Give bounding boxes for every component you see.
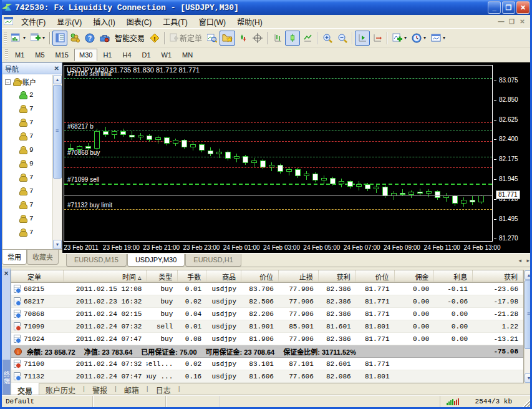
chart-tab-USDJPY,M30[interactable]: USDJPY,M30 <box>127 254 185 267</box>
column-header-3[interactable]: 手数 <box>178 270 206 282</box>
column-header-0[interactable]: 定单 <box>11 270 64 282</box>
child-window-icon[interactable] <box>4 17 13 26</box>
column-header-11[interactable]: 获利 <box>473 270 523 282</box>
candlestick-chart-button[interactable] <box>285 31 300 46</box>
close-button[interactable]: ✕ <box>516 1 530 14</box>
column-header-7[interactable]: 获利 <box>319 270 356 282</box>
new-chart-button[interactable]: ▾ <box>9 31 28 46</box>
scroll-down-icon[interactable]: ▼ <box>53 240 62 249</box>
table-row[interactable]: 710242011.02.24 07:47buy0.08usdjpy81.906… <box>11 333 523 345</box>
crosshair-button[interactable] <box>250 31 265 46</box>
menu-item[interactable]: 插入(I) <box>87 14 120 29</box>
column-header-2[interactable]: 类型 <box>147 270 178 282</box>
menu-item[interactable]: 文件(F) <box>16 14 51 29</box>
account-number: 9 <box>29 146 34 154</box>
candle <box>286 169 292 172</box>
table-row[interactable]: 682172011.02.23 16:32buy0.02usdjpy82.506… <box>11 295 523 308</box>
market-watch-button[interactable] <box>52 31 67 46</box>
menu-item[interactable]: 图表(C) <box>121 14 158 29</box>
order-number: 71099 <box>24 323 44 330</box>
price-tick-label: 82.850 <box>499 96 518 103</box>
table-row[interactable]: 682152011.02.15 12:08buy0.01usdjpy83.706… <box>11 283 523 295</box>
expert-advisors-button[interactable]: 智能交易 <box>112 31 147 46</box>
status-profile[interactable]: Default <box>2 396 93 407</box>
zoom-out-button[interactable] <box>335 31 350 46</box>
new-order-label: 新定单 <box>180 32 202 43</box>
scroll-up-icon[interactable]: ▲ <box>53 75 62 84</box>
timeframe-mn[interactable]: MN <box>177 49 198 61</box>
time-axis[interactable]: 23 Feb 201123 Feb 19:0023 Feb 21:0023 Fe… <box>64 243 493 252</box>
timeframe-m15[interactable]: M15 <box>51 49 74 61</box>
account-number: 7 <box>29 187 34 195</box>
chart-tab-EURUSD,H1[interactable]: EURUSD,H1 <box>185 254 241 267</box>
new-order-button[interactable]: 新定单 <box>167 31 205 46</box>
column-header-5[interactable]: 价位 <box>241 270 279 282</box>
data-window-button[interactable]: ? <box>82 31 97 46</box>
column-header-8[interactable]: 价位 <box>356 270 395 282</box>
column-header-1[interactable]: 时间 ▵ <box>64 270 147 282</box>
timeframe-w1[interactable]: W1 <box>157 49 177 61</box>
scroll-down-icon[interactable]: ▼ <box>525 373 532 383</box>
line-chart-button[interactable] <box>300 31 315 46</box>
chart-plot[interactable]: USDJPY,M30 81.735 81.830 81.712 81.771 #… <box>64 65 493 242</box>
cell-2: buy <box>147 295 178 307</box>
column-header-10[interactable]: 利息 <box>434 270 473 282</box>
bar-chart-button[interactable] <box>270 31 285 46</box>
resize-grip[interactable] <box>522 399 530 407</box>
scroll-thumb[interactable] <box>525 280 532 349</box>
navigator-tab-常用[interactable]: 常用 <box>2 250 27 265</box>
navigator-panel: 导航 ✕ − 账户 27779977777 ▲ ▼ 常用收藏夹 <box>2 62 62 265</box>
menu-item[interactable]: 帮助(H) <box>231 14 268 29</box>
price-axis[interactable]: 83.07582.85082.62582.40082.17581.94581.7… <box>494 65 532 242</box>
refresh-quotes-button[interactable] <box>235 31 250 46</box>
profiles-button[interactable]: ▾ <box>28 31 47 46</box>
navigator-tab-收藏夹[interactable]: 收藏夹 <box>27 250 59 265</box>
scroll-thumb[interactable] <box>53 85 62 179</box>
minimize-button[interactable]: _ <box>488 1 501 14</box>
mdi-close-icon[interactable]: ✕ <box>517 17 528 26</box>
favorites-button[interactable] <box>220 31 235 46</box>
navigator-button[interactable] <box>67 31 82 46</box>
table-row[interactable]: 711322011.02.24 07:47buy ...0.16usdjpy81… <box>11 370 523 383</box>
timeframe-h4[interactable]: H4 <box>117 49 136 61</box>
terminal-close-icon[interactable]: ✕ <box>2 270 10 277</box>
chart-tab-EURUSD,M15[interactable]: EURUSD,M15 <box>66 254 127 267</box>
table-row[interactable]: 711002011.02.24 07:32sell...0.02usdjpy83… <box>11 358 523 370</box>
order-line-label: #70868 buy <box>67 149 100 156</box>
table-row[interactable]: 710992011.02.24 07:32sell0.01usdjpy81.90… <box>11 320 523 333</box>
terminal-button[interactable] <box>97 31 112 46</box>
collapse-icon[interactable]: − <box>5 79 11 85</box>
menu-item[interactable]: 工具(T) <box>157 14 193 29</box>
periods-button[interactable]: ▾ <box>409 31 428 46</box>
terminal-vertical-caption[interactable]: 终端 <box>2 360 10 396</box>
price-tick-label: 81.270 <box>499 235 518 242</box>
timeframe-m5[interactable]: M5 <box>30 49 49 61</box>
mdi-minimize-icon[interactable]: — <box>496 17 506 26</box>
menu-item[interactable]: 窗口(W) <box>193 14 231 29</box>
timeframe-m1[interactable]: M1 <box>10 49 29 61</box>
templates-button[interactable]: ▾ <box>428 31 448 46</box>
menu-item[interactable]: 显示(V) <box>51 14 87 29</box>
restore-button[interactable]: ❐ <box>502 1 515 14</box>
chart-shift-button[interactable] <box>370 31 385 46</box>
scroll-up-icon[interactable]: ▲ <box>525 270 532 280</box>
column-header-6[interactable]: 止损 <box>279 270 319 282</box>
timeframe-h1[interactable]: H1 <box>98 49 117 61</box>
table-row[interactable]: 708682011.02.24 02:15buy0.04usdjpy82.206… <box>11 308 523 320</box>
navigator-scrollbar[interactable]: ▲ ▼ <box>52 75 62 249</box>
strategy-tester-button[interactable] <box>205 31 220 46</box>
toolbar-grip[interactable] <box>5 49 8 61</box>
column-header-9[interactable]: 佣金 <box>395 270 435 282</box>
toolbar-grip[interactable] <box>4 32 7 44</box>
mdi-restore-icon[interactable]: ❐ <box>506 17 517 26</box>
terminal-scrollbar[interactable]: ▲ ▼ <box>524 270 532 383</box>
auto-scroll-button[interactable] <box>355 31 370 46</box>
zoom-in-button[interactable] <box>320 31 335 46</box>
navigator-close-icon[interactable]: ✕ <box>54 65 59 72</box>
ea-warning-button[interactable]: ! <box>147 31 162 46</box>
timeframe-m30[interactable]: M30 <box>74 49 97 61</box>
column-header-4[interactable]: 商品 <box>206 270 241 282</box>
chart-tab-scroll-arrows[interactable]: ◂ ▸ <box>518 257 531 267</box>
indicators-button[interactable]: ▾ <box>390 31 409 46</box>
timeframe-d1[interactable]: D1 <box>137 49 156 61</box>
